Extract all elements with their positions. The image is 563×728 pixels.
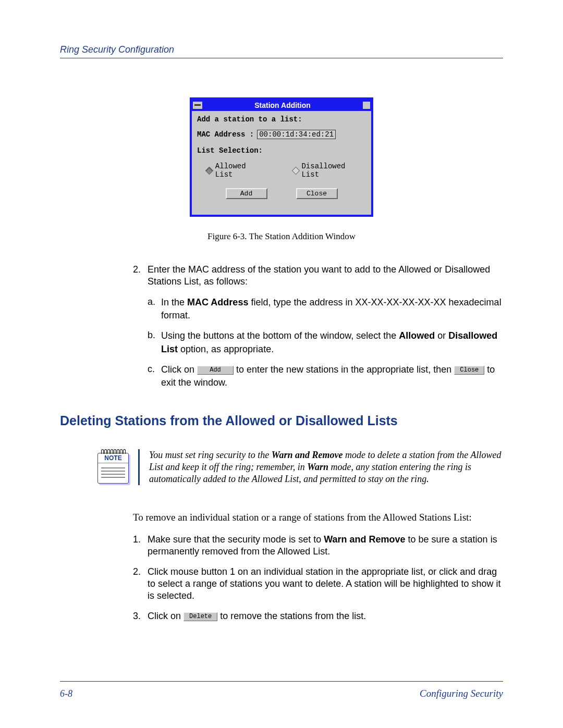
- header-title: Ring Security Configuration: [60, 44, 174, 55]
- step-body: Click on Delete to remove the stations f…: [148, 610, 503, 622]
- sub-body: Click on Add to enter the new stations i…: [161, 363, 503, 389]
- close-button-inline: Close: [454, 366, 484, 375]
- diamond-icon: [291, 166, 299, 174]
- substep-c: c. Click on Add to enter the new station…: [148, 363, 503, 389]
- dialog-instruction: Add a station to a list:: [197, 115, 366, 124]
- sub-letter: c.: [148, 363, 161, 389]
- dialog-button-row: Add Close: [197, 188, 366, 199]
- section-heading-deleting: Deleting Stations from the Allowed or Di…: [60, 413, 503, 428]
- footer-title: Configuring Security: [420, 688, 503, 699]
- add-button-inline: Add: [197, 366, 234, 375]
- page-header: Ring Security Configuration: [60, 44, 503, 58]
- note-text: You must set ring security to the Warn a…: [149, 449, 503, 485]
- delete-content: To remove an individual station or a ran…: [133, 511, 503, 622]
- delete-button-inline: Delete: [183, 612, 217, 621]
- step-number: 2.: [133, 566, 148, 602]
- note-divider: [138, 449, 140, 485]
- page-footer: 6-8 Configuring Security: [60, 681, 503, 699]
- window-resize-icon[interactable]: [363, 102, 370, 109]
- disallowed-list-radio[interactable]: Disallowed List: [293, 162, 366, 179]
- dialog-titlebar: Station Addition: [192, 100, 371, 111]
- step-body: Click mouse button 1 on an individual st…: [148, 566, 503, 602]
- mac-address-label: MAC Address :: [197, 130, 254, 139]
- page-number: 6-8: [60, 688, 72, 699]
- step-number: 2.: [133, 264, 148, 288]
- dialog-title: Station Addition: [254, 101, 311, 109]
- sub-body: Using the buttons at the bottom of the w…: [161, 329, 503, 355]
- substep-b: b. Using the buttons at the bottom of th…: [148, 329, 503, 355]
- step-body: Make sure that the security mode is set …: [148, 534, 503, 558]
- note-icon-container: NOTE: [97, 449, 129, 484]
- figure-caption: Figure 6-3. The Station Addition Window: [60, 231, 503, 242]
- sub-letter: a.: [148, 296, 161, 322]
- delete-step-1: 1. Make sure that the security mode is s…: [133, 534, 503, 558]
- allowed-list-label: Allowed List: [215, 162, 267, 179]
- sub-letter: b.: [148, 329, 161, 355]
- note-block: NOTE You must set ring security to the W…: [97, 449, 503, 485]
- radio-group: Allowed List Disallowed List: [197, 162, 366, 179]
- allowed-list-radio[interactable]: Allowed List: [206, 162, 267, 179]
- dialog-figure: Station Addition Add a station to a list…: [60, 97, 503, 217]
- step-number: 3.: [133, 610, 148, 622]
- main-content: 2. Enter the MAC address of the station …: [133, 264, 503, 389]
- step-2: 2. Enter the MAC address of the station …: [133, 264, 503, 288]
- disallowed-list-label: Disallowed List: [301, 162, 366, 179]
- station-addition-window: Station Addition Add a station to a list…: [190, 97, 373, 217]
- sub-body: In the MAC Address field, type the addre…: [161, 296, 503, 322]
- diamond-icon: [205, 166, 213, 174]
- mac-address-input[interactable]: 00:00:1d:34:ed:21: [257, 130, 336, 139]
- dialog-body: Add a station to a list: MAC Address : 0…: [192, 111, 371, 215]
- list-selection-label: List Selection:: [197, 146, 366, 155]
- substep-a: a. In the MAC Address field, type the ad…: [148, 296, 503, 322]
- window-menu-icon[interactable]: [193, 102, 202, 109]
- add-button[interactable]: Add: [226, 188, 267, 199]
- intro-paragraph: To remove an individual station or a ran…: [133, 511, 503, 524]
- mac-address-row: MAC Address : 00:00:1d:34:ed:21: [197, 130, 366, 139]
- close-button[interactable]: Close: [296, 188, 338, 199]
- step-number: 1.: [133, 534, 148, 558]
- spiral-icon: [101, 449, 126, 454]
- delete-step-3: 3. Click on Delete to remove the station…: [133, 610, 503, 622]
- note-icon: NOTE: [97, 453, 129, 484]
- delete-step-2: 2. Click mouse button 1 on an individual…: [133, 566, 503, 602]
- note-label: NOTE: [98, 453, 128, 463]
- note-lines-icon: [98, 463, 128, 483]
- step-body: Enter the MAC address of the station you…: [148, 264, 503, 288]
